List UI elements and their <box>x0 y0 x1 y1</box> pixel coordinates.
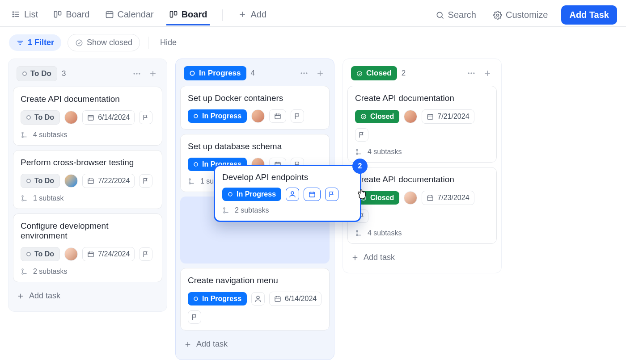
assignee-avatar[interactable] <box>404 110 417 123</box>
task-status-chip[interactable]: To Do <box>21 110 60 125</box>
status-chip-progress[interactable]: In Progress <box>184 66 246 80</box>
subtasks-row[interactable]: 1 subtask <box>188 177 322 185</box>
flag-icon <box>294 161 301 168</box>
assignee-avatar[interactable] <box>64 174 78 188</box>
column-add-button[interactable] <box>314 67 326 79</box>
status-dot-icon <box>26 179 31 183</box>
task-card[interactable]: Set up Docker containers In Progress <box>180 86 330 130</box>
subtasks-row[interactable]: 2 subtasks <box>21 268 155 276</box>
task-status-chip[interactable]: To Do <box>21 247 60 261</box>
task-status-chip[interactable]: In Progress <box>188 158 247 171</box>
priority-chip[interactable] <box>139 247 152 261</box>
task-card[interactable]: Configure development environment To Do … <box>13 213 162 282</box>
assignee-empty[interactable] <box>251 292 265 305</box>
status-chip-todo[interactable]: To Do <box>17 66 57 81</box>
add-task-button[interactable]: Add Task <box>561 5 617 25</box>
priority-chip[interactable] <box>291 109 304 123</box>
task-status-chip[interactable]: In Progress <box>188 109 247 123</box>
task-status-chip[interactable]: Closed <box>355 191 399 205</box>
add-task-row[interactable]: Add task <box>180 335 330 353</box>
priority-chip[interactable] <box>139 174 152 188</box>
column-add-button[interactable] <box>482 67 493 79</box>
search-button[interactable]: Search <box>432 7 480 23</box>
svg-point-44 <box>22 269 23 270</box>
add-task-row[interactable]: Add task <box>13 287 162 305</box>
filter-label: 1 Filter <box>28 38 54 47</box>
view-tab-list[interactable]: List <box>9 5 41 25</box>
view-tab-board-active[interactable]: Board <box>166 5 210 25</box>
column-in-progress: In Progress 4 Set up Docker containers I… <box>175 59 334 360</box>
add-view-button[interactable]: Add <box>235 5 269 25</box>
filter-pill[interactable]: 1 Filter <box>9 34 61 51</box>
column-menu-button[interactable] <box>131 68 143 79</box>
subtasks-row[interactable]: 4 subtasks <box>355 229 489 237</box>
task-status-chip[interactable]: To Do <box>21 174 60 188</box>
svg-rect-13 <box>174 11 177 15</box>
search-label: Search <box>448 10 476 20</box>
task-card[interactable]: Create navigation menu In Progress 6/14/… <box>180 268 330 331</box>
due-date-chip[interactable] <box>269 158 286 171</box>
task-card[interactable]: Create API documentation Closed 7/23/202… <box>347 167 497 244</box>
view-tab-board[interactable]: Board <box>51 5 92 25</box>
assignee-avatar[interactable] <box>251 158 265 171</box>
svg-point-65 <box>189 183 190 184</box>
flag-icon <box>294 113 301 120</box>
due-date-chip[interactable]: 6/14/2024 <box>82 110 135 125</box>
column-header: In Progress 4 <box>180 63 330 86</box>
assignee-avatar[interactable] <box>64 247 78 261</box>
task-card[interactable]: Create API documentation To Do 6/14/2024… <box>13 87 162 146</box>
task-title: Configure development environment <box>21 221 155 241</box>
customize-label: Customize <box>506 10 548 20</box>
status-label: In Progress <box>199 69 241 78</box>
flag-icon <box>191 314 198 321</box>
svg-point-48 <box>190 71 194 75</box>
svg-point-78 <box>473 72 474 74</box>
assignee-avatar[interactable] <box>251 109 265 123</box>
due-date-chip[interactable] <box>269 109 286 123</box>
assignee-avatar[interactable] <box>404 191 417 205</box>
view-tab-label: Board <box>182 9 207 20</box>
svg-point-23 <box>134 73 135 74</box>
calendar-icon <box>427 194 434 201</box>
priority-chip[interactable] <box>291 158 304 171</box>
due-date-chip[interactable]: 7/22/2024 <box>82 174 135 188</box>
check-icon <box>360 113 367 120</box>
check-circle-icon <box>75 39 83 47</box>
column-add-button[interactable] <box>147 68 159 79</box>
priority-chip[interactable] <box>355 209 368 223</box>
plus-icon <box>17 292 25 300</box>
task-card[interactable]: Create API documentation Closed 7/21/202… <box>347 86 497 163</box>
column-menu-button[interactable] <box>465 67 477 79</box>
check-icon <box>360 195 367 201</box>
svg-rect-34 <box>88 179 93 184</box>
svg-point-39 <box>22 200 23 201</box>
customize-button[interactable]: Customize <box>490 7 551 23</box>
priority-chip[interactable] <box>188 310 201 324</box>
hide-button[interactable]: Hide <box>156 35 180 50</box>
due-date-chip[interactable]: 6/14/2024 <box>269 292 321 306</box>
calendar-icon <box>105 10 114 19</box>
subtasks-row[interactable]: 1 subtask <box>21 194 155 202</box>
task-card[interactable]: Set up database schema In Progress 1 sub… <box>180 134 330 192</box>
status-chip-closed[interactable]: Closed <box>351 66 397 80</box>
priority-chip[interactable] <box>355 128 368 142</box>
due-date-chip[interactable]: 7/21/2024 <box>422 109 474 124</box>
svg-point-87 <box>356 153 358 155</box>
due-date-chip[interactable]: 7/24/2024 <box>82 247 135 261</box>
task-status-chip[interactable]: Closed <box>355 110 399 123</box>
task-status-chip[interactable]: In Progress <box>188 292 247 305</box>
board-icon <box>169 10 178 19</box>
priority-chip[interactable] <box>139 111 152 124</box>
add-task-row[interactable]: Add task <box>347 248 497 267</box>
due-date-chip[interactable]: 7/23/2024 <box>422 191 474 205</box>
column-menu-button[interactable] <box>298 67 310 79</box>
subtasks-row[interactable]: 4 subtasks <box>355 148 489 156</box>
task-card[interactable]: Perform cross-browser testing To Do 7/22… <box>13 150 162 209</box>
svg-point-38 <box>22 196 23 197</box>
flag-icon <box>142 177 149 184</box>
svg-rect-60 <box>275 162 280 167</box>
view-tab-calendar[interactable]: Calendar <box>102 5 156 25</box>
assignee-avatar[interactable] <box>64 111 78 124</box>
subtasks-row[interactable]: 4 subtasks <box>21 131 155 139</box>
show-closed-pill[interactable]: Show closed <box>68 34 140 51</box>
